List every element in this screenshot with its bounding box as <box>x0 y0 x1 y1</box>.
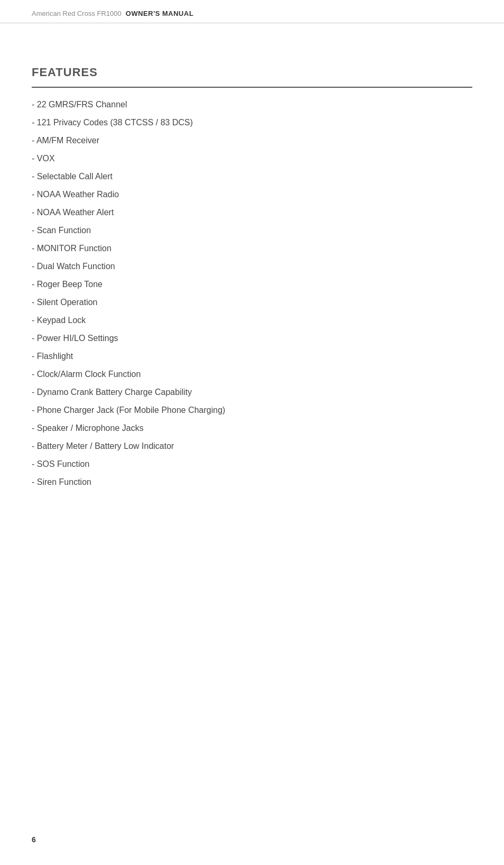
main-content: FEATURES - 22 GMRS/FRS Channel- 121 Priv… <box>0 23 504 517</box>
list-item: - Siren Function <box>32 478 472 486</box>
list-item: - Dynamo Crank Battery Charge Capability <box>32 388 472 397</box>
list-item: - SOS Function <box>32 460 472 468</box>
list-item: - Silent Operation <box>32 298 472 307</box>
list-item: - Speaker / Microphone Jacks <box>32 424 472 432</box>
list-item: - MONITOR Function <box>32 244 472 253</box>
page-number: 6 <box>32 835 36 844</box>
list-item: - 121 Privacy Codes (38 CTCSS / 83 DCS) <box>32 118 472 127</box>
list-item: - Selectable Call Alert <box>32 172 472 181</box>
list-item: - Dual Watch Function <box>32 262 472 271</box>
list-item: - VOX <box>32 154 472 163</box>
list-item: - 22 GMRS/FRS Channel <box>32 100 472 109</box>
list-item: - NOAA Weather Alert <box>32 208 472 217</box>
list-item: - Flashlight <box>32 352 472 361</box>
list-item: - Clock/Alarm Clock Function <box>32 370 472 379</box>
features-list: - 22 GMRS/FRS Channel- 121 Privacy Codes… <box>32 100 472 486</box>
list-item: - Phone Charger Jack (For Mobile Phone C… <box>32 406 472 415</box>
list-item: - Scan Function <box>32 226 472 235</box>
list-item: - Power HI/LO Settings <box>32 334 472 343</box>
brand-name: American Red Cross FR1000 <box>32 10 122 17</box>
list-item: - AM/FM Receiver <box>32 136 472 145</box>
page-header: American Red Cross FR1000 OWNER'S MANUAL <box>0 0 504 23</box>
section-divider <box>32 87 472 88</box>
list-item: - Roger Beep Tone <box>32 280 472 289</box>
list-item: - Keypad Lock <box>32 316 472 325</box>
manual-title: OWNER'S MANUAL <box>126 10 194 17</box>
features-heading: FEATURES <box>32 66 472 79</box>
list-item: - Battery Meter / Battery Low Indicator <box>32 442 472 450</box>
list-item: - NOAA Weather Radio <box>32 190 472 199</box>
